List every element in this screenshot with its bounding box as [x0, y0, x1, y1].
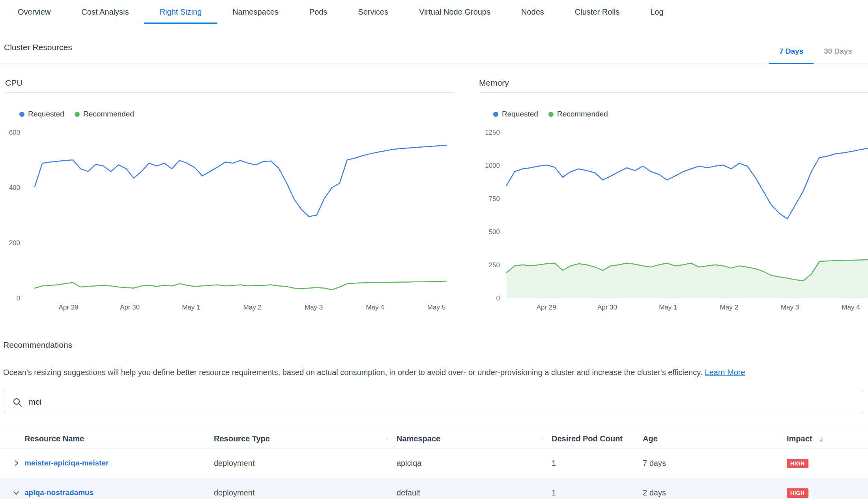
- cpu-chart-title: CPU: [5, 77, 454, 93]
- svg-text:May 2: May 2: [720, 304, 738, 311]
- svg-text:May 4: May 4: [842, 304, 860, 311]
- col-header-resource-name[interactable]: Resource Name: [0, 434, 205, 443]
- impact-cell: HIGH: [778, 488, 868, 498]
- sort-desc-icon[interactable]: ↓: [819, 434, 823, 443]
- table-row[interactable]: meister-apiciqa-meister deployment apici…: [0, 448, 868, 478]
- col-header-age[interactable]: Age: [634, 434, 778, 443]
- resource-name-link[interactable]: meister-apiciqa-meister: [24, 459, 108, 467]
- tab-cost-analysis[interactable]: Cost Analysis: [66, 0, 144, 24]
- tab-namespaces[interactable]: Namespaces: [217, 0, 294, 24]
- svg-text:200: 200: [9, 239, 20, 247]
- memory-chart-title: Memory: [479, 77, 868, 93]
- cpu-chart: CPU Requested Recommended 0200400600Apr …: [5, 77, 454, 321]
- svg-text:May 2: May 2: [243, 304, 262, 311]
- legend-label: Recommended: [83, 110, 134, 118]
- cluster-resources-header: Cluster Resources 7 Days 30 Days: [0, 24, 868, 64]
- namespace-cell: apiciqa: [387, 459, 542, 468]
- svg-text:Apr 29: Apr 29: [537, 304, 556, 311]
- age-cell: 2 days: [634, 488, 778, 497]
- svg-text:May 5: May 5: [427, 304, 445, 311]
- pod-count-cell: 1: [542, 488, 634, 497]
- svg-text:Apr 29: Apr 29: [58, 304, 78, 311]
- col-header-namespace[interactable]: Namespace: [387, 434, 542, 443]
- requested-legend-dot: [493, 112, 498, 117]
- tab-right-sizing[interactable]: Right Sizing: [144, 0, 217, 24]
- time-range-switch: 7 Days 30 Days: [769, 39, 862, 64]
- requested-legend-dot: [19, 112, 24, 117]
- legend-label: Recommended: [557, 110, 608, 118]
- recommendations-table: Resource Name Resource Type Namespace De…: [0, 429, 868, 499]
- legend-label: Requested: [502, 110, 538, 118]
- recommendations-description-text: Ocean's resizing suggestions will help y…: [3, 368, 702, 377]
- resource-type-cell: deployment: [205, 459, 387, 468]
- recommendations-description: Ocean's resizing suggestions will help y…: [3, 368, 864, 377]
- top-nav-tabs: Overview Cost Analysis Right Sizing Name…: [0, 0, 868, 24]
- svg-text:250: 250: [489, 261, 500, 269]
- col-header-impact[interactable]: Impact ↓: [778, 434, 868, 443]
- pod-count-cell: 1: [542, 459, 634, 468]
- svg-text:May 3: May 3: [781, 304, 799, 311]
- memory-chart-legend: Requested Recommended: [493, 110, 608, 118]
- tab-services[interactable]: Services: [342, 0, 404, 24]
- resource-type-cell: deployment: [205, 488, 387, 497]
- svg-text:May 1: May 1: [182, 304, 200, 311]
- resource-name-cell: meister-apiciqa-meister: [0, 459, 205, 467]
- legend-item-recommended[interactable]: Recommended: [75, 110, 134, 118]
- svg-text:May 3: May 3: [305, 304, 323, 311]
- resource-name-link[interactable]: apiqa-nostradamus: [24, 488, 94, 497]
- tab-log[interactable]: Log: [635, 0, 679, 24]
- col-header-resource-type[interactable]: Resource Type: [205, 434, 387, 443]
- resource-name-cell: apiqa-nostradamus: [0, 488, 205, 497]
- cluster-resources-title: Cluster Resources: [4, 43, 72, 52]
- svg-text:1250: 1250: [485, 129, 500, 136]
- learn-more-link[interactable]: Learn More: [705, 368, 745, 377]
- svg-text:May 1: May 1: [659, 304, 677, 311]
- cpu-chart-legend: Requested Recommended: [19, 110, 134, 118]
- col-header-desired-pod-count[interactable]: Desired Pod Count: [542, 434, 634, 443]
- chevron-right-icon[interactable]: [12, 459, 21, 467]
- age-cell: 7 days: [634, 459, 778, 468]
- tab-pods[interactable]: Pods: [294, 0, 343, 24]
- impact-high-badge: HIGH: [787, 459, 808, 468]
- impact-header-label: Impact: [787, 434, 812, 443]
- recommended-legend-dot: [548, 112, 554, 117]
- cpu-chart-plot: 0200400600Apr 29Apr 30May 1May 2May 3May…: [5, 125, 454, 316]
- legend-item-requested[interactable]: Requested: [493, 110, 538, 118]
- search-input[interactable]: [28, 397, 855, 407]
- range-30-days[interactable]: 30 Days: [814, 39, 862, 64]
- legend-item-recommended[interactable]: Recommended: [548, 110, 608, 118]
- svg-text:0: 0: [496, 295, 500, 302]
- svg-text:750: 750: [489, 195, 500, 203]
- tab-nodes[interactable]: Nodes: [506, 0, 559, 24]
- svg-text:600: 600: [9, 129, 20, 136]
- svg-text:Apr 30: Apr 30: [597, 304, 617, 311]
- svg-text:400: 400: [9, 184, 20, 191]
- svg-text:0: 0: [17, 295, 20, 302]
- svg-text:May 4: May 4: [366, 304, 384, 311]
- svg-text:1000: 1000: [485, 162, 500, 169]
- right-sizing-page: Overview Cost Analysis Right Sizing Name…: [0, 0, 868, 499]
- legend-item-requested[interactable]: Requested: [19, 110, 64, 118]
- range-7-days[interactable]: 7 Days: [769, 39, 814, 64]
- tab-overview[interactable]: Overview: [2, 0, 66, 24]
- svg-text:500: 500: [489, 228, 500, 236]
- tab-virtual-node-groups[interactable]: Virtual Node Groups: [404, 0, 506, 24]
- table-header: Resource Name Resource Type Namespace De…: [0, 429, 868, 448]
- recommendations-title: Recommendations: [3, 340, 72, 350]
- tab-cluster-rolls[interactable]: Cluster Rolls: [559, 0, 635, 24]
- impact-cell: HIGH: [778, 458, 868, 468]
- svg-text:Apr 30: Apr 30: [120, 304, 140, 311]
- table-row[interactable]: apiqa-nostradamus deployment default 1 2…: [0, 478, 868, 499]
- recommended-legend-dot: [75, 112, 80, 117]
- memory-chart: Memory Requested Recommended 02505007501…: [479, 77, 868, 321]
- search-box: [4, 391, 863, 413]
- legend-label: Requested: [28, 110, 64, 118]
- search-icon: [12, 397, 22, 407]
- impact-high-badge: HIGH: [787, 488, 808, 498]
- memory-chart-plot: 025050075010001250Apr 29Apr 30May 1May 2…: [479, 125, 868, 316]
- namespace-cell: default: [387, 488, 542, 497]
- chevron-down-icon[interactable]: [12, 488, 21, 497]
